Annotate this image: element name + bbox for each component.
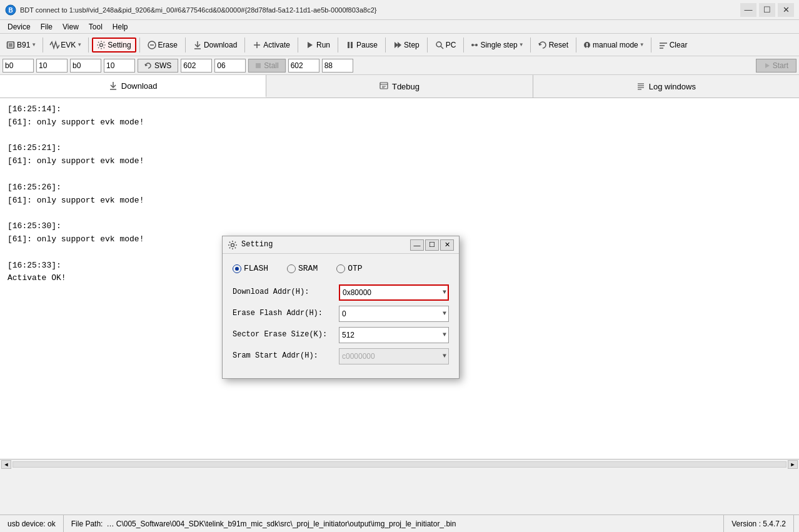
gear-icon — [97, 41, 106, 49]
num-input-7[interactable] — [288, 59, 319, 73]
single-step-arrow: ▼ — [519, 42, 524, 48]
dialog-content: FLASH SRAM OTP Download Addr(H): — [223, 254, 459, 378]
svg-rect-19 — [351, 42, 353, 48]
window-title: BDT connect to 1:usb#vid_248a&pid_9206&m… — [20, 6, 740, 14]
sep10 — [463, 38, 464, 53]
svg-rect-28 — [586, 43, 588, 46]
pc-label: PC — [446, 41, 456, 49]
pc-button[interactable]: PC — [431, 38, 461, 52]
log-output[interactable]: [16:25:14]: [61]: only support evk mode!… — [0, 98, 799, 459]
app-icon: B — [5, 4, 16, 16]
svg-point-24 — [471, 44, 474, 46]
dialog-controls: — ☐ ✕ — [410, 239, 454, 251]
setting-button[interactable]: Setting — [92, 38, 136, 53]
log-icon — [636, 82, 645, 91]
hscroll-right-btn[interactable]: ► — [788, 460, 798, 469]
evk-arrow: ▼ — [77, 42, 82, 48]
menu-device[interactable]: Device — [3, 21, 36, 33]
radio-flash[interactable]: FLASH — [233, 263, 268, 276]
activate-button[interactable]: Activate — [248, 38, 294, 52]
single-step-dropdown[interactable]: Single step ▼ — [467, 38, 526, 52]
tab-download[interactable]: Download — [0, 75, 266, 98]
menu-help[interactable]: Help — [108, 21, 133, 33]
step-icon — [393, 41, 402, 49]
radio-group: FLASH SRAM OTP — [233, 263, 449, 276]
sector-size-select[interactable]: 512 256 128 — [339, 327, 449, 343]
num-input-8[interactable] — [322, 59, 353, 73]
sep2 — [88, 38, 89, 53]
dialog-restore-button[interactable]: ☐ — [425, 239, 439, 251]
num-input-4[interactable] — [104, 59, 135, 73]
plus-icon — [253, 41, 261, 49]
radio-otp[interactable]: OTP — [336, 263, 362, 276]
dialog-minimize-button[interactable]: — — [410, 239, 424, 251]
step-button[interactable]: Step — [389, 38, 424, 52]
num-input-5[interactable] — [181, 59, 212, 73]
log-line: [61]: only support evk mode! — [8, 116, 791, 129]
menu-file[interactable]: File — [36, 21, 58, 33]
start-icon — [764, 63, 770, 69]
clear-button[interactable]: Clear — [655, 38, 692, 52]
pause-button[interactable]: Pause — [341, 38, 382, 52]
dialog-close-button[interactable]: ✕ — [440, 239, 454, 251]
evk-dropdown[interactable]: EVK ▼ — [46, 38, 85, 53]
activate-label: Activate — [263, 41, 290, 49]
start-button[interactable]: Start — [756, 59, 796, 73]
num-input-3[interactable] — [70, 59, 101, 73]
sram-addr-select-wrap: c0000000 ▼ — [339, 348, 449, 364]
radio-sram[interactable]: SRAM — [287, 263, 318, 276]
b91-label: B91 — [17, 41, 30, 49]
stall-button[interactable]: Stall — [248, 59, 285, 73]
reset-icon — [538, 41, 547, 49]
close-button[interactable]: ✕ — [778, 3, 794, 17]
single-step-label: Single step — [480, 41, 517, 49]
download-label: Download — [204, 41, 237, 49]
sector-size-row: Sector Erase Size(K): 512 256 128 ▼ — [233, 327, 449, 343]
download-tab-icon — [109, 81, 118, 90]
tab-bar: Download Tdebug Log windows — [0, 75, 799, 98]
dialog-titlebar: Setting — ☐ ✕ — [223, 236, 459, 254]
radio-sram-circle — [287, 264, 296, 273]
restore-button[interactable]: ☐ — [759, 3, 775, 17]
num-input-2[interactable] — [36, 59, 68, 73]
log-line: [16:25:26]: — [8, 181, 791, 194]
svg-marker-21 — [398, 42, 401, 48]
window-controls: — ☐ ✕ — [740, 3, 794, 17]
reset-label: Reset — [549, 41, 568, 49]
svg-rect-3 — [9, 43, 13, 47]
num-input-1[interactable] — [3, 59, 34, 73]
svg-point-45 — [231, 243, 234, 246]
b91-dropdown[interactable]: B91 ▼ — [3, 38, 39, 53]
toolbar: B91 ▼ EVK ▼ Setting Erase Downlo — [0, 34, 799, 56]
run-button[interactable]: Run — [301, 38, 334, 52]
menu-view[interactable]: View — [58, 21, 84, 33]
svg-rect-33 — [256, 63, 261, 68]
hscroll-left-btn[interactable]: ◄ — [1, 460, 11, 469]
download-addr-row: Download Addr(H): 0x80000 0x00000 0x1000… — [233, 284, 449, 301]
log-line — [8, 129, 791, 143]
svg-marker-17 — [308, 42, 313, 48]
download-addr-select[interactable]: 0x80000 0x00000 0x10000 — [339, 284, 449, 301]
erase-button[interactable]: Erase — [143, 38, 182, 52]
erase-addr-select[interactable]: 0 0x10000 0x20000 — [339, 306, 449, 322]
download-button[interactable]: Download — [189, 38, 241, 52]
reset-button[interactable]: Reset — [534, 38, 573, 52]
num-input-6[interactable] — [214, 59, 246, 73]
log-line — [8, 207, 791, 220]
hscroll-bar[interactable]: ◄ ► — [0, 459, 799, 469]
manual-mode-label: manual mode — [593, 41, 638, 49]
log-line: [61]: only support evk mode! — [8, 194, 791, 208]
minimize-button[interactable]: — — [740, 3, 756, 17]
tab-log-windows[interactable]: Log windows — [533, 75, 799, 98]
manual-mode-dropdown[interactable]: manual mode ▼ — [580, 38, 648, 52]
menu-tool[interactable]: Tool — [84, 21, 108, 33]
tab-tdebug[interactable]: Tdebug — [266, 75, 533, 98]
radio-otp-circle — [336, 264, 345, 273]
erase-addr-select-wrap: 0 0x10000 0x20000 ▼ — [339, 306, 449, 322]
erase-label: Erase — [158, 41, 178, 49]
sep3 — [139, 38, 140, 53]
sws-button[interactable]: SWS — [138, 59, 178, 73]
status-filepath: File Path: … C\005_Software\004_SDK\teli… — [64, 515, 725, 532]
sram-addr-select[interactable]: c0000000 — [339, 348, 449, 364]
setting-dialog: Setting — ☐ ✕ FLASH — [222, 236, 460, 379]
